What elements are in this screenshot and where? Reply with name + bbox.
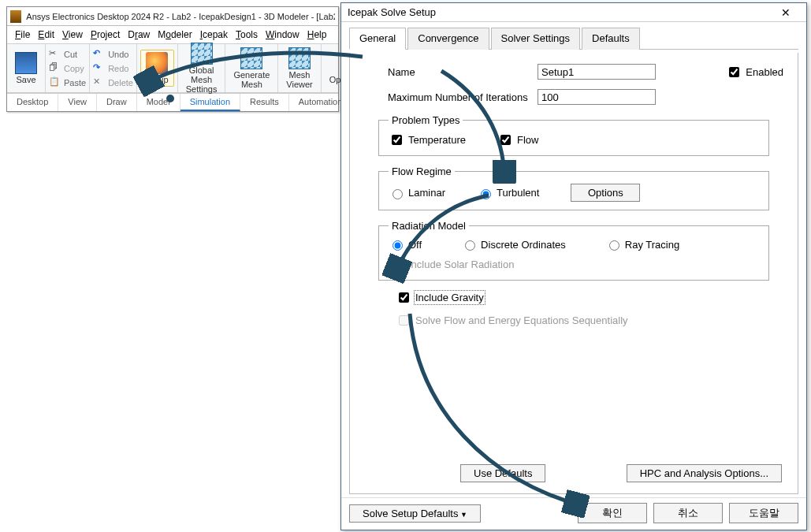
mesh-viewer-button[interactable]: Mesh Viewer	[281, 46, 317, 91]
delete-label: Delete	[108, 78, 133, 87]
dialog-body: General Convergence Solver Settings Defa…	[341, 22, 806, 497]
ribbon-save-group: Save	[7, 44, 46, 92]
cancel-button[interactable]: 취소	[653, 503, 723, 523]
flow-regime-legend: Flow Regime	[389, 166, 455, 177]
laminar-box[interactable]	[392, 189, 403, 199]
app-title: Ansys Electronics Desktop 2024 R2 - Lab2…	[26, 12, 335, 21]
save-label: Save	[16, 75, 35, 84]
ribbon-setup-group: Setup	[137, 44, 178, 92]
menu-icepak[interactable]: Icepak	[197, 28, 231, 42]
cut-button[interactable]: Cut	[49, 47, 86, 61]
tab-model[interactable]: Model	[137, 94, 180, 111]
rad-off-radio[interactable]: Off	[389, 238, 422, 251]
solve-setup-dialog: Icepak Solve Setup ✕ General Convergence…	[340, 2, 807, 530]
tab-view[interactable]: View	[58, 94, 97, 111]
temperature-box[interactable]	[392, 135, 402, 145]
close-button[interactable]: ✕	[772, 6, 800, 19]
help-button[interactable]: 도움말	[729, 503, 798, 523]
mesh-viewer-icon	[288, 47, 311, 69]
redo-label: Redo	[108, 64, 128, 73]
menu-draw[interactable]: Draw	[125, 28, 153, 42]
enabled-box[interactable]	[729, 67, 739, 77]
generate-mesh-button[interactable]: Generate Mesh	[229, 46, 274, 91]
dtab-convergence[interactable]: Convergence	[407, 28, 489, 50]
solar-checkbox[interactable]: Include Solar Radiation	[389, 257, 514, 272]
turbulent-radio[interactable]: Turbulent	[477, 187, 539, 199]
solar-box	[392, 259, 402, 270]
tab-results[interactable]: Results	[240, 94, 289, 111]
redo-icon	[93, 62, 106, 75]
flow-checkbox[interactable]: Flow	[497, 132, 538, 147]
generate-mesh-icon	[240, 47, 262, 69]
ribbon-tabstrip: Desktop View Draw Model Simulation Resul…	[7, 93, 338, 111]
setup-button[interactable]: Setup	[140, 50, 174, 87]
rad-off-box[interactable]	[392, 240, 403, 251]
include-gravity-box[interactable]	[399, 292, 409, 303]
tab-draw[interactable]: Draw	[97, 94, 137, 111]
app-icon	[10, 10, 21, 23]
laminar-radio[interactable]: Laminar	[389, 187, 445, 199]
flow-box[interactable]	[500, 135, 511, 145]
cut-icon	[49, 48, 61, 61]
menu-help[interactable]: Help	[304, 28, 330, 42]
dialog-tabs: General Convergence Solver Settings Defa…	[349, 27, 798, 50]
undo-icon	[93, 48, 106, 61]
menu-edit[interactable]: Edit	[35, 28, 58, 42]
problem-types-legend: Problem Types	[389, 114, 463, 126]
copy-button[interactable]: Copy	[49, 61, 86, 76]
rad-discrete-box[interactable]	[465, 240, 475, 251]
solve-defaults-dropdown[interactable]: Solve Setup Defaults	[349, 504, 481, 523]
ribbon-clipboard1: Cut Copy Paste	[46, 44, 90, 92]
enabled-checkbox[interactable]: Enabled	[726, 65, 783, 80]
rad-discrete-label: Discrete Ordinates	[481, 239, 566, 251]
rad-ray-radio[interactable]: Ray Tracing	[605, 238, 679, 251]
use-defaults-button[interactable]: Use Defaults	[460, 464, 545, 482]
paste-label: Paste	[64, 78, 86, 87]
rad-ray-box[interactable]	[609, 240, 619, 251]
mesh-viewer-label: Mesh Viewer	[286, 70, 312, 89]
save-button[interactable]: Save	[10, 50, 42, 86]
tab-desktop[interactable]: Desktop	[7, 94, 58, 111]
delete-icon	[93, 76, 106, 89]
menu-tools[interactable]: Tools	[233, 28, 261, 42]
ribbon: Save Cut Copy Paste Undo Redo Delete Set…	[7, 44, 338, 93]
name-label: Name	[364, 66, 538, 78]
flow-label: Flow	[517, 134, 538, 146]
enabled-label: Enabled	[746, 66, 783, 78]
name-input[interactable]	[538, 64, 656, 80]
cut-label: Cut	[64, 50, 77, 59]
global-mesh-button[interactable]: Global Mesh Settings	[181, 41, 222, 95]
paste-button[interactable]: Paste	[49, 76, 86, 90]
dtab-defaults[interactable]: Defaults	[582, 28, 640, 50]
tab-simulation[interactable]: Simulation	[180, 94, 240, 111]
setup-label: Setup	[146, 75, 169, 84]
rad-discrete-radio[interactable]: Discrete Ordinates	[461, 238, 566, 251]
copy-icon	[49, 62, 61, 75]
menu-window[interactable]: Window	[262, 28, 303, 42]
menu-view[interactable]: View	[59, 28, 86, 42]
dialog-footer: Solve Setup Defaults 확인 취소 도움말	[341, 497, 806, 530]
include-gravity-checkbox[interactable]: Include Gravity	[396, 290, 484, 305]
delete-button[interactable]: Delete	[93, 76, 133, 90]
general-panel: Name Enabled Maximum Number of Iteration…	[349, 53, 798, 494]
ok-button[interactable]: 확인	[578, 503, 647, 523]
redo-button[interactable]: Redo	[93, 61, 133, 76]
solve-seq-box	[399, 315, 409, 326]
undo-label: Undo	[108, 50, 128, 59]
dialog-titlebar: Icepak Solve Setup ✕	[341, 3, 806, 22]
max-iter-input[interactable]	[538, 89, 656, 105]
turbulent-box[interactable]	[481, 189, 491, 199]
hpc-button[interactable]: HPC and Analysis Options...	[627, 464, 782, 482]
solve-seq-checkbox[interactable]: Solve Flow and Energy Equations Sequenti…	[396, 313, 628, 328]
menu-file[interactable]: File	[12, 28, 33, 42]
flow-options-button[interactable]: Options	[571, 184, 640, 202]
global-mesh-icon	[191, 43, 213, 65]
temperature-checkbox[interactable]: Temperature	[389, 132, 466, 147]
menu-modeler[interactable]: Modeler	[154, 28, 195, 42]
dtab-general[interactable]: General	[349, 28, 406, 50]
dtab-solver-settings[interactable]: Solver Settings	[491, 28, 580, 50]
undo-button[interactable]: Undo	[93, 47, 133, 61]
menu-project[interactable]: Project	[87, 28, 123, 42]
solve-seq-label: Solve Flow and Energy Equations Sequenti…	[415, 314, 628, 326]
paste-icon	[49, 76, 61, 89]
